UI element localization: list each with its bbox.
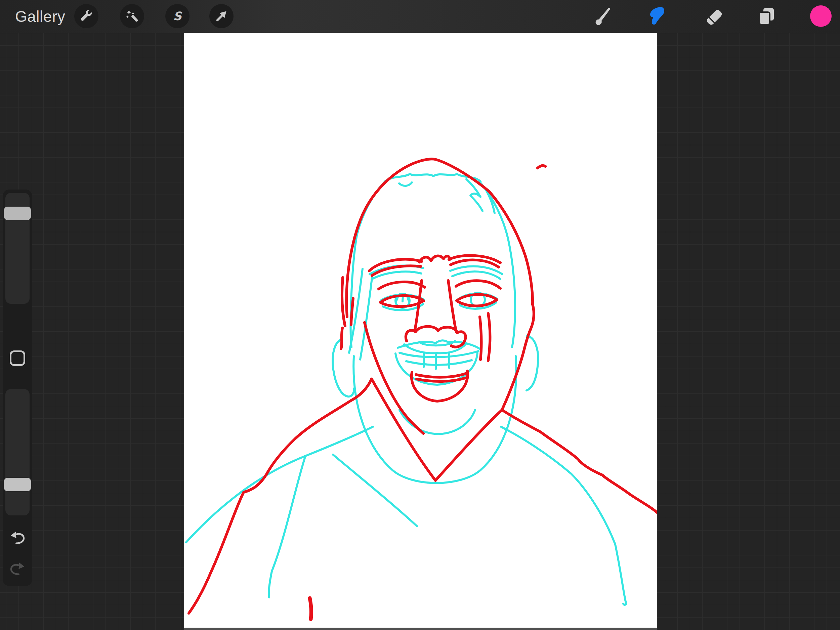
actions-button[interactable] <box>74 4 98 28</box>
top-toolbar: Gallery S <box>0 0 840 33</box>
wrench-icon <box>79 9 94 24</box>
modify-button[interactable] <box>10 351 25 366</box>
opacity-handle[interactable] <box>4 478 31 491</box>
color-swatch <box>810 5 832 27</box>
redo-button[interactable] <box>10 561 25 576</box>
redo-icon <box>10 561 25 576</box>
undo-button[interactable] <box>10 530 25 545</box>
brush-sidebar <box>3 189 32 586</box>
adjustments-button[interactable] <box>120 4 144 28</box>
sketch-cyan-lines <box>186 174 626 605</box>
color-button[interactable] <box>810 5 832 27</box>
canvas-edge-shadow <box>184 628 657 630</box>
layers-button[interactable] <box>755 5 777 27</box>
svg-text:S: S <box>173 9 182 23</box>
sketch-drawing <box>184 33 657 628</box>
transform-button[interactable] <box>209 4 234 28</box>
transform-arrow-icon <box>214 9 229 24</box>
magic-wand-icon <box>125 9 139 24</box>
selection-button[interactable]: S <box>165 4 189 28</box>
opacity-slider[interactable] <box>5 389 30 515</box>
paint-tool-button[interactable] <box>593 5 614 27</box>
brush-icon <box>593 5 614 27</box>
undo-icon <box>10 530 25 545</box>
smudge-icon <box>647 5 669 27</box>
smudge-tool-button[interactable] <box>647 5 669 27</box>
selection-s-icon: S <box>170 9 185 24</box>
drawing-canvas[interactable] <box>184 33 657 628</box>
gallery-button[interactable]: Gallery <box>15 0 65 33</box>
brush-size-handle[interactable] <box>4 207 31 220</box>
layers-icon <box>755 5 777 27</box>
sketch-red-lines <box>189 159 657 619</box>
erase-tool-button[interactable] <box>703 5 725 27</box>
eraser-icon <box>703 5 725 27</box>
